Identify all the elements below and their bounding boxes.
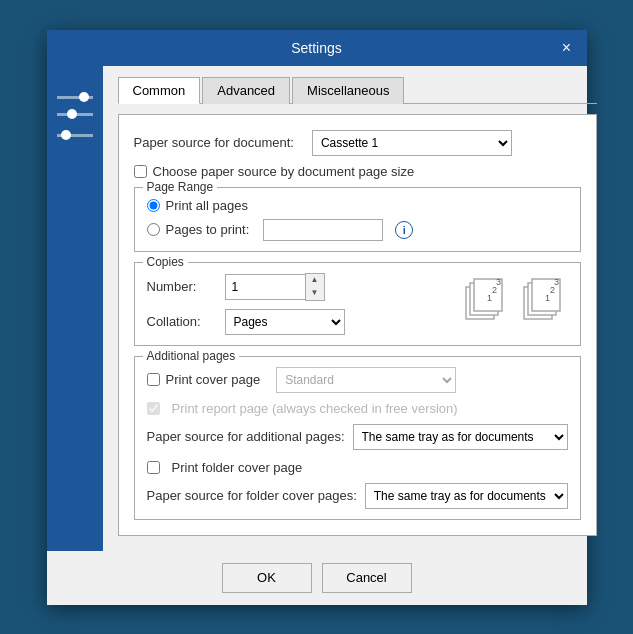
print-all-row: Print all pages: [147, 198, 568, 213]
print-report-label: Print report page (always checked in fre…: [172, 401, 458, 416]
copies-content: Number: ▲ ▼ Collation:: [147, 273, 568, 335]
paper-source-select[interactable]: Cassette 1 Cassette 2 Manual Feed: [312, 130, 512, 156]
svg-text:2: 2: [492, 285, 497, 295]
choose-paper-checkbox[interactable]: [134, 165, 147, 178]
tab-bar: Common Advanced Miscellaneous: [118, 76, 597, 104]
settings-dialog: Settings ×: [47, 30, 587, 605]
pages-input[interactable]: [263, 219, 383, 241]
folder-source-row: Paper source for folder cover pages: The…: [147, 483, 568, 509]
print-report-checkbox: [147, 402, 160, 415]
paper-source-row: Paper source for document: Cassette 1 Ca…: [134, 130, 581, 156]
cancel-button[interactable]: Cancel: [322, 563, 412, 593]
slider-1: [57, 96, 93, 99]
collation-label: Collation:: [147, 314, 217, 329]
page-range-group: Page Range Print all pages Pages to prin…: [134, 187, 581, 252]
print-cover-label: Print cover page: [166, 372, 261, 387]
paper-source-label: Paper source for document:: [134, 135, 294, 150]
number-input[interactable]: [225, 274, 305, 300]
page-range-title: Page Range: [143, 180, 218, 194]
collated-icon: 3 2 1: [462, 273, 510, 321]
cover-type-select[interactable]: Standard Custom: [276, 367, 456, 393]
slider-track-1: [57, 96, 93, 99]
copies-group: Copies Number: ▲ ▼: [134, 262, 581, 346]
sidebar-icons: [57, 96, 93, 141]
pages-to-print-row: Pages to print: i: [147, 219, 568, 241]
additional-source-label: Paper source for additional pages:: [147, 429, 345, 444]
svg-text:1: 1: [545, 293, 550, 303]
folder-source-label: Paper source for folder cover pages:: [147, 488, 357, 503]
folder-cover-label: Print folder cover page: [172, 460, 303, 475]
additional-pages-title: Additional pages: [143, 349, 240, 363]
number-label: Number:: [147, 279, 217, 294]
main-area: Common Advanced Miscellaneous Paper sour…: [47, 66, 587, 551]
slider-handle-3: [61, 130, 71, 140]
collation-row: Collation: Pages Copies: [147, 309, 452, 335]
pages-to-print-label: Pages to print:: [166, 222, 250, 237]
content-area: Common Advanced Miscellaneous Paper sour…: [103, 66, 612, 551]
sidebar: [47, 66, 103, 551]
slider-handle-1: [79, 92, 89, 102]
tab-miscellaneous[interactable]: Miscellaneous: [292, 77, 404, 104]
svg-text:2: 2: [550, 285, 555, 295]
slider-handle-2: [67, 109, 77, 119]
cover-page-row: Print cover page Standard Custom: [147, 367, 568, 393]
title-bar: Settings ×: [47, 30, 587, 66]
tab-advanced[interactable]: Advanced: [202, 77, 290, 104]
close-button[interactable]: ×: [555, 36, 579, 60]
folder-source-select[interactable]: The same tray as for documents Cassette …: [365, 483, 568, 509]
copies-fields: Number: ▲ ▼ Collation:: [147, 273, 452, 335]
settings-panel: Paper source for document: Cassette 1 Ca…: [118, 114, 597, 536]
copy-icons: 3 2 1 3 2 1: [462, 273, 568, 321]
ok-button[interactable]: OK: [222, 563, 312, 593]
print-all-label: Print all pages: [166, 198, 248, 213]
svg-text:1: 1: [487, 293, 492, 303]
tab-common[interactable]: Common: [118, 77, 201, 104]
choose-paper-row: Choose paper source by document page siz…: [134, 164, 581, 179]
print-report-row: Print report page (always checked in fre…: [147, 401, 568, 416]
pages-to-print-radio[interactable]: [147, 223, 160, 236]
folder-cover-checkbox[interactable]: [147, 461, 160, 474]
additional-source-select[interactable]: The same tray as for documents Cassette …: [353, 424, 568, 450]
slider-track-2: [57, 113, 93, 116]
number-input-wrap: ▲ ▼: [225, 273, 325, 301]
dialog-footer: OK Cancel: [47, 551, 587, 605]
spin-down[interactable]: ▼: [306, 287, 324, 300]
choose-paper-label: Choose paper source by document page siz…: [153, 164, 415, 179]
uncollated-icon: 3 2 1: [520, 273, 568, 321]
number-row: Number: ▲ ▼: [147, 273, 452, 301]
info-icon[interactable]: i: [395, 221, 413, 239]
print-all-radio[interactable]: [147, 199, 160, 212]
slider-track-3: [57, 134, 93, 137]
print-cover-checkbox[interactable]: [147, 373, 160, 386]
collation-select[interactable]: Pages Copies: [225, 309, 345, 335]
additional-pages-group: Additional pages Print cover page Standa…: [134, 356, 581, 520]
folder-cover-row: Print folder cover page: [147, 460, 568, 475]
spin-up[interactable]: ▲: [306, 274, 324, 287]
dialog-title: Settings: [291, 40, 342, 56]
additional-source-row: Paper source for additional pages: The s…: [147, 424, 568, 450]
spin-buttons: ▲ ▼: [305, 273, 325, 301]
copies-title: Copies: [143, 255, 188, 269]
